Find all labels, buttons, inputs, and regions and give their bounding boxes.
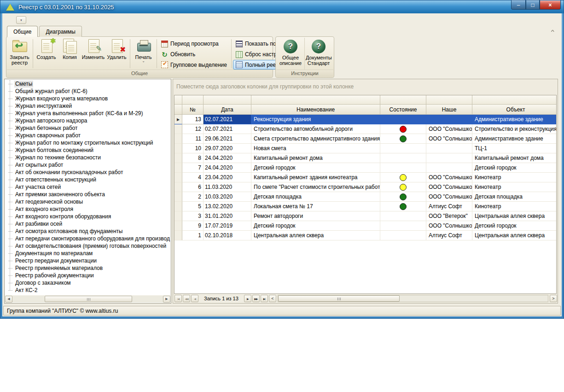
tree-item[interactable]: Акт об окончании пусконаладочных работ — [6, 169, 170, 176]
cell-num[interactable]: 5 — [182, 202, 204, 211]
ribbon-button-refresh[interactable]: ↻Обновить — [158, 50, 230, 59]
cell-num[interactable]: 8 — [182, 153, 204, 163]
cell-num[interactable]: 7 — [182, 163, 204, 173]
nav-prev-page-button[interactable]: ◀◀ — [183, 295, 190, 302]
tree-item[interactable]: Акт геодезической основы — [6, 198, 170, 205]
grid-column-header[interactable]: Дата — [204, 105, 251, 115]
cell-name[interactable]: Детский городок — [251, 221, 380, 231]
tree-item[interactable]: Договор с заказчиком — [6, 279, 170, 287]
grid-scroll-thumb[interactable] — [278, 295, 400, 302]
cell-date[interactable]: 29.06.2021 — [204, 134, 251, 144]
cell-object[interactable]: Центральная аллея сквера — [472, 211, 557, 221]
tree-item[interactable]: Документация по материалам — [6, 250, 170, 257]
cell-name[interactable]: По смете "Расчет стоимости строительных … — [251, 182, 380, 192]
cell-object[interactable]: Кинотеатр — [472, 173, 557, 182]
cell-date[interactable]: 02.07.2021 — [204, 115, 251, 124]
tree-item[interactable]: Журнал входного учета материалов — [6, 95, 170, 102]
cell-name[interactable]: Детская площадка — [251, 192, 380, 202]
tree-item[interactable]: Акт приемки законченного объекта — [6, 191, 170, 198]
ribbon-button-print[interactable]: Печать⌄ — [132, 38, 155, 70]
cell-object[interactable]: Капитальный ремонт дома — [472, 153, 557, 163]
cell-state[interactable] — [380, 182, 426, 192]
cell-state[interactable] — [380, 115, 426, 124]
cell-date[interactable]: 10.03.2020 — [204, 192, 251, 202]
quick-access-menu-button[interactable]: ▼ — [16, 16, 26, 24]
grid-column-header[interactable]: № — [182, 105, 204, 115]
nav-next-page-button[interactable]: ▶▶ — [252, 295, 260, 302]
cell-ours[interactable]: ООО "Солнышко" — [426, 192, 472, 202]
cell-ours[interactable]: ООО "Солнышко" — [426, 124, 472, 134]
tree-item[interactable]: Журнал сварочных работ — [6, 132, 170, 139]
ribbon-button-общее-описание[interactable]: ?Общее описание — [277, 38, 304, 70]
tree-item[interactable]: Журнал работ по монтажу строительных кон… — [6, 139, 170, 146]
cell-state[interactable] — [380, 134, 426, 144]
tree-item[interactable]: Акт входного контроля оборудования — [6, 213, 170, 220]
cell-object[interactable]: ТЦ-1 — [472, 144, 557, 153]
table-row[interactable]: 724.04.2020Детский городокДетский городо… — [174, 163, 556, 173]
maximize-button[interactable]: □ — [526, 0, 540, 10]
cell-state[interactable] — [380, 124, 426, 134]
cell-ours[interactable]: ООО "Ветерок" — [426, 211, 472, 221]
table-row[interactable]: 1202.07.2021Строительство автомобильной … — [174, 124, 556, 134]
tree-item[interactable]: Акт КС-2 — [6, 287, 170, 294]
tree-item[interactable]: Реестр рабочей документации — [6, 272, 170, 279]
cell-date[interactable]: 02.07.2021 — [204, 124, 251, 134]
table-row[interactable]: ▶1302.07.2021Реконструкция зданияАдминис… — [174, 115, 556, 124]
ribbon-button-close-register[interactable]: ↩Закрыть реестр — [8, 38, 31, 70]
grid-column-header[interactable]: Объект — [472, 105, 557, 115]
cell-date[interactable]: 02.10.2018 — [204, 231, 251, 240]
cell-name[interactable]: Строительство автомобильной дороги — [251, 124, 380, 134]
cell-ours[interactable]: Алтиус Софт — [426, 231, 472, 240]
cell-object[interactable]: Административное здание — [472, 115, 557, 124]
cell-state[interactable] — [380, 144, 426, 153]
tree-item[interactable]: Сметы — [6, 80, 170, 88]
scroll-left-icon[interactable]: ◀ — [5, 296, 12, 303]
cell-state[interactable] — [380, 163, 426, 173]
cell-ours[interactable]: ООО "Солнышко" — [426, 134, 472, 144]
cell-ours[interactable]: Алтиус Софт — [426, 202, 472, 211]
tree-scroll-track[interactable] — [12, 296, 163, 303]
cell-state[interactable] — [380, 221, 426, 231]
tree-item[interactable]: Журнал авторского надзора — [6, 117, 170, 124]
close-button[interactable]: × — [540, 0, 561, 10]
grid-scroll-left-icon[interactable]: < — [269, 295, 276, 302]
grid-column-header[interactable]: Наименование — [251, 105, 380, 115]
cell-ours[interactable]: ООО "Солнышко" — [426, 173, 472, 182]
cell-name[interactable]: Ремонт автодороги — [251, 211, 380, 221]
table-row[interactable]: 917.07.2019Детский городокООО "Солнышко"… — [174, 221, 556, 231]
cell-state[interactable] — [380, 173, 426, 182]
cell-state[interactable] — [380, 211, 426, 221]
titlebar[interactable]: Реестр с 03.01.2001 по 31.10.2025 – □ × — [0, 0, 564, 13]
cell-num[interactable]: 2 — [182, 192, 204, 202]
tree-item[interactable]: Журнал болтовых соединений — [6, 146, 170, 154]
cell-date[interactable]: 31.01.2020 — [204, 211, 251, 221]
tree-scroll-thumb[interactable] — [45, 296, 132, 302]
cell-name[interactable]: Капитальный ремонт дома — [251, 153, 380, 163]
table-row[interactable]: 102.10.2018Центральная аллея сквераАлтиу… — [174, 231, 556, 240]
cell-state[interactable] — [380, 231, 426, 240]
table-row[interactable]: 513.02.2020Локальная смета № 17Алтиус Со… — [174, 202, 556, 211]
cell-num[interactable]: 10 — [182, 144, 204, 153]
cell-object[interactable]: Кинотеатр — [472, 202, 557, 211]
cell-name[interactable]: Новая смета — [251, 144, 380, 153]
cell-object[interactable]: Детский городок — [472, 163, 557, 173]
table-row[interactable]: 331.01.2020Ремонт автодорогиООО "Ветерок… — [174, 211, 556, 221]
cell-name[interactable]: Смета строительство административного зд… — [251, 134, 380, 144]
ribbon-button-delete[interactable]: ✖Удалить — [105, 38, 128, 70]
cell-num[interactable]: 4 — [182, 173, 204, 182]
ribbon-button-документы-стандарт[interactable]: ?Документы Стандарт — [304, 38, 332, 70]
cell-object[interactable]: Детская площадка — [472, 192, 557, 202]
tree-item[interactable]: Акт скрытых работ — [6, 161, 170, 169]
cell-date[interactable]: 23.04.2020 — [204, 173, 251, 182]
tree-item[interactable]: Реестр передачи документации — [6, 257, 170, 264]
tree-item[interactable]: Общий журнал работ (КС-6) — [6, 88, 170, 95]
ribbon-collapse-icon[interactable]: ^ — [551, 29, 554, 34]
cell-object[interactable]: Кинотеатр — [472, 182, 557, 192]
cell-num[interactable]: 13 — [182, 115, 204, 124]
cell-name[interactable]: Центральная аллея сквера — [251, 231, 380, 240]
cell-num[interactable]: 9 — [182, 221, 204, 231]
cell-ours[interactable] — [426, 163, 472, 173]
cell-name[interactable]: Детский городок — [251, 163, 380, 173]
tree-item[interactable]: Акт освидетельствования (приемки) готовы… — [6, 242, 170, 250]
cell-object[interactable]: Центральная аллея сквера — [472, 231, 557, 240]
